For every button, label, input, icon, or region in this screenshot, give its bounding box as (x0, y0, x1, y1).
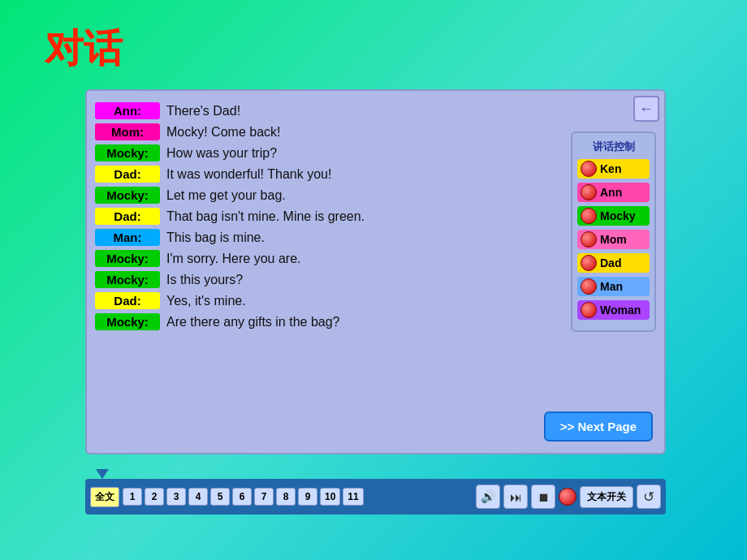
dialogue-text: How was your trip? (166, 146, 277, 161)
dialogue-text: Let me get your bag. (166, 188, 286, 203)
speaker-label: Mocky: (95, 271, 160, 288)
dialogue-line: Mocky:Is this yours? (95, 271, 615, 288)
page-number-button[interactable]: 1 (123, 488, 142, 506)
stop-button[interactable]: ⏹ (531, 485, 555, 509)
dialogue-text: I'm sorry. Here you are. (166, 252, 300, 266)
page-number-button[interactable]: 5 (210, 488, 230, 506)
speaker-label: Man: (95, 229, 160, 246)
dialogue-text: This bag is mine. (166, 230, 265, 245)
control-btn-dad[interactable]: Dad (577, 253, 650, 273)
page-number-button[interactable]: 4 (188, 488, 208, 506)
control-btn-label: Ann (600, 186, 622, 199)
control-btn-mocky[interactable]: Mocky (577, 206, 650, 226)
red-circle-icon (581, 231, 597, 248)
speaker-label: Dad: (95, 208, 160, 225)
back-button[interactable]: ← (633, 96, 659, 122)
page-number-button[interactable]: 9 (298, 488, 317, 506)
dialogue-line: Mocky:I'm sorry. Here you are. (95, 250, 615, 267)
page-number-button[interactable]: 10 (320, 488, 340, 506)
dialogue-line: Dad:Yes, it's mine. (95, 292, 615, 309)
bottom-toolbar: 全文 1234567891011 🔊 ⏭ ⏹ 文本开关 ↺ (85, 479, 666, 515)
main-window: ← Ann:There's Dad!Mom:Mocky! Come back!M… (85, 89, 666, 454)
page-buttons: 1234567891011 (123, 488, 364, 506)
control-btn-woman[interactable]: Woman (577, 300, 650, 320)
page-number-button[interactable]: 3 (166, 488, 186, 506)
dialogue-line: Dad:That bag isn't mine. Mine is green. (95, 208, 615, 225)
next-page-button[interactable]: >> Next Page (544, 411, 653, 442)
control-btn-label: Woman (600, 304, 641, 317)
page-number-button[interactable]: 7 (254, 488, 274, 506)
speaker-label: Mom: (95, 123, 160, 140)
red-circle-icon (581, 161, 597, 177)
triangle-indicator (96, 469, 109, 479)
control-btn-mom[interactable]: Mom (577, 230, 650, 249)
dialogue-text: There's Dad! (166, 104, 240, 118)
speaker-label: Dad: (95, 166, 160, 183)
control-panel-title: 讲话控制 (577, 140, 650, 154)
control-btn-label: Ken (600, 162, 621, 175)
dialogue-text: Are there any gifts in the bag? (166, 315, 339, 330)
dialogue-line: Mocky:How was your trip? (95, 144, 615, 162)
dialogue-line: Ann:There's Dad! (95, 102, 615, 119)
speaker-label: Mocky: (95, 144, 160, 162)
dialogue-line: Mocky:Are there any gifts in the bag? (95, 313, 615, 330)
page-number-button[interactable]: 8 (276, 488, 296, 506)
control-btn-label: Mom (600, 233, 627, 246)
dialogue-line: Mocky:Let me get your bag. (95, 187, 615, 204)
dialogue-text: Mocky! Come back! (166, 125, 280, 140)
speaker-label: Mocky: (95, 250, 160, 267)
page-number-button[interactable]: 11 (343, 488, 363, 506)
page-number-button[interactable]: 2 (145, 488, 164, 506)
control-btn-label: Man (600, 280, 623, 293)
text-toggle-button[interactable]: 文本开关 (580, 486, 633, 508)
record-button[interactable] (559, 488, 576, 506)
control-panel: 讲话控制 KenAnnMockyMomDadManWoman (571, 131, 656, 332)
control-btn-label: Mocky (600, 209, 636, 222)
control-btn-ann[interactable]: Ann (577, 183, 650, 202)
dialogue-text: It was wonderful! Thank you! (166, 167, 331, 182)
dialogue-text: Yes, it's mine. (166, 294, 246, 308)
red-circle-icon (581, 184, 597, 200)
control-btn-ken[interactable]: Ken (577, 159, 650, 179)
volume-button[interactable]: 🔊 (476, 485, 500, 509)
red-circle-icon (581, 208, 597, 224)
control-btn-label: Dad (600, 256, 621, 269)
refresh-button[interactable]: ↺ (637, 485, 661, 509)
speaker-label: Ann: (95, 102, 160, 119)
red-circle-icon (581, 278, 597, 295)
speaker-label: Dad: (95, 292, 160, 309)
dialogue-text: That bag isn't mine. Mine is green. (166, 209, 365, 224)
page-title: 对话 (45, 23, 123, 75)
red-circle-icon (581, 255, 597, 271)
page-number-button[interactable]: 6 (232, 488, 252, 506)
dialogue-text: Is this yours? (166, 273, 243, 287)
red-circle-icon (581, 302, 597, 318)
speaker-label: Mocky: (95, 313, 160, 330)
dialogue-line: Man:This bag is mine. (95, 229, 615, 246)
dialogue-area: Ann:There's Dad!Mom:Mocky! Come back!Moc… (95, 102, 615, 492)
dialogue-line: Mom:Mocky! Come back! (95, 123, 615, 140)
all-pages-button[interactable]: 全文 (90, 487, 119, 507)
control-buttons-list: KenAnnMockyMomDadManWoman (577, 159, 650, 320)
play-next-button[interactable]: ⏭ (503, 485, 528, 509)
control-btn-man[interactable]: Man (577, 277, 650, 296)
speaker-label: Mocky: (95, 187, 160, 204)
dialogue-line: Dad:It was wonderful! Thank you! (95, 166, 615, 183)
